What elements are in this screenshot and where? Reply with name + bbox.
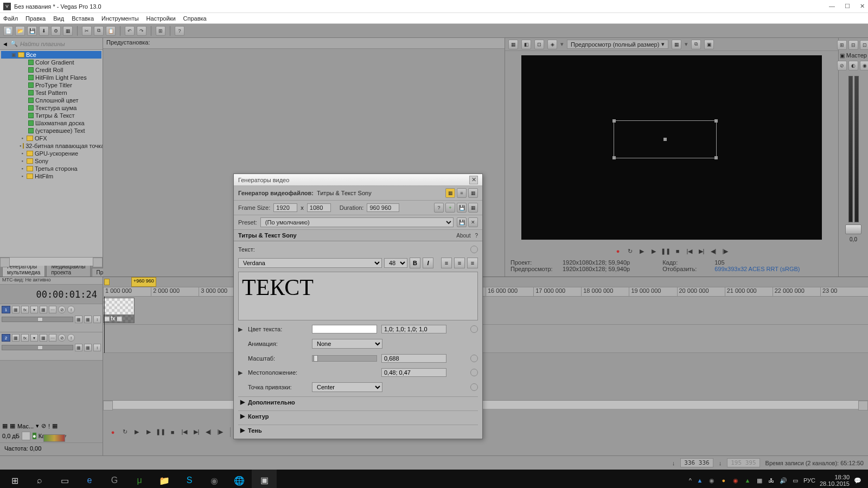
prev-btn7[interactable]: ▣	[704, 40, 714, 49]
master-dim[interactable]: ◐	[848, 61, 858, 70]
about-link[interactable]: About	[456, 233, 470, 239]
search-button[interactable]: ⌕	[27, 470, 52, 488]
playhead[interactable]	[104, 297, 105, 353]
undo-button[interactable]: ↶	[125, 26, 135, 36]
add-button[interactable]: +	[445, 203, 455, 213]
clock[interactable]: 18:30 28.10.2015	[820, 474, 850, 487]
help-button[interactable]: ?	[175, 26, 184, 36]
utorrent-icon[interactable]: μ	[127, 470, 152, 488]
tray-icon[interactable]: ▦	[756, 477, 763, 484]
track-level-slider[interactable]	[2, 317, 73, 322]
tl-record[interactable]: ●	[108, 428, 117, 436]
tray-icon[interactable]: ▲	[744, 477, 751, 484]
tl-play-start[interactable]: ▶	[132, 428, 141, 436]
preset-dropdown[interactable]: (По умолчанию)	[260, 217, 454, 227]
selection-rect[interactable]	[614, 120, 717, 158]
video-track-lane[interactable]: ▦fx▦	[103, 297, 868, 325]
tree-folder[interactable]: ▪OFX	[1, 134, 101, 142]
timecode-display[interactable]: 00:00:01:24	[0, 285, 103, 304]
prev-btn1[interactable]: ▦	[508, 40, 518, 49]
paste-button[interactable]: 📋	[106, 26, 116, 36]
delete-preset-icon[interactable]: ✕	[468, 217, 478, 227]
help-icon[interactable]: ?	[434, 203, 444, 213]
tree-item[interactable]: Test Pattern	[1, 89, 101, 97]
tray-icon[interactable]: ●	[720, 477, 727, 484]
anchor-dropdown[interactable]: Center	[312, 382, 382, 392]
atrack-comp[interactable]: ▾	[30, 334, 38, 342]
tree-folder[interactable]: ▪Sony	[1, 157, 101, 165]
vegas-taskbar-icon[interactable]: ▣	[252, 470, 277, 488]
scale-slider[interactable]	[312, 355, 377, 362]
tree-root[interactable]: ▣Все	[1, 51, 101, 59]
atrack-btn3[interactable]: ▦	[84, 344, 92, 351]
track-fx[interactable]: fx	[21, 306, 29, 313]
app-icon-1[interactable]: G	[102, 470, 127, 488]
tray-icon[interactable]: ◉	[708, 477, 716, 484]
section-advanced[interactable]: ▶Дополнительно	[238, 396, 478, 407]
atrack-fx[interactable]: fx	[21, 334, 29, 342]
video-clip[interactable]: ▦fx▦	[103, 298, 135, 323]
prev-btn5[interactable]: ▦	[672, 40, 681, 49]
menu-edit[interactable]: Правка	[25, 15, 46, 22]
track-more[interactable]: ⋯	[49, 306, 56, 313]
tree-folder[interactable]: ▪Третья сторона	[1, 165, 101, 172]
video-preview[interactable]	[521, 55, 822, 240]
atrack-btn4[interactable]: ↕	[93, 344, 101, 351]
bold-button[interactable]: B	[410, 258, 420, 268]
preview-quality-dropdown[interactable]: Предпросмотр (полный размер)▾	[567, 40, 668, 49]
color-keyframe[interactable]	[470, 325, 478, 333]
taskview-button[interactable]: ▭	[52, 470, 77, 488]
mix-b2[interactable]: ▦	[10, 422, 15, 429]
master-fader[interactable]	[845, 224, 861, 234]
start-button[interactable]: ⊞	[2, 470, 27, 488]
goto-start-button[interactable]: |◀	[685, 247, 694, 255]
position-value[interactable]	[381, 368, 446, 377]
tl-prev[interactable]: ◀|	[204, 428, 213, 436]
search-icon[interactable]: 🔍	[10, 40, 18, 47]
atrack-more[interactable]: ⋯	[49, 334, 56, 342]
mix-mute[interactable]: ⊘	[41, 422, 46, 429]
plugin-help[interactable]: ?	[475, 233, 478, 239]
atrack-btn[interactable]: ▦	[12, 334, 20, 342]
save-button[interactable]: 💾	[27, 26, 37, 36]
section-shadow[interactable]: ▶Тень	[238, 425, 478, 435]
tree-item[interactable]: Credit Roll	[1, 66, 101, 74]
record-button[interactable]: ●	[614, 247, 622, 255]
tray-expand-icon[interactable]: ^	[689, 477, 692, 484]
goto-end-button[interactable]: ▶|	[697, 247, 706, 255]
align-center-button[interactable]: ≡	[454, 258, 465, 268]
mix-solo[interactable]: !	[48, 423, 50, 429]
track-solo[interactable]: !	[67, 306, 75, 313]
expand-position[interactable]: ▶	[238, 369, 244, 376]
position-keyframe[interactable]	[470, 369, 478, 376]
master-btn3[interactable]: ⊡	[860, 40, 868, 50]
mix-b1[interactable]: ▦	[2, 422, 8, 429]
loop-button[interactable]: ↻	[626, 247, 634, 255]
atrack-btn2[interactable]: ▦	[75, 344, 82, 351]
tree-scrollbar[interactable]	[0, 257, 103, 266]
tb6[interactable]: ▦	[63, 26, 73, 36]
cut-button[interactable]: ✂	[82, 26, 92, 36]
save-preset-button[interactable]: 💾	[457, 203, 467, 213]
prev-btn2[interactable]: ◧	[521, 40, 531, 49]
battery-icon[interactable]: ▭	[792, 477, 799, 484]
atrack-vol-slider[interactable]	[2, 345, 73, 350]
expand-color[interactable]: ▶	[238, 326, 244, 333]
tl-end[interactable]: ▶|	[192, 428, 201, 436]
open-button[interactable]: 📂	[15, 26, 25, 36]
tray-icon[interactable]: ◉	[732, 477, 739, 484]
language-indicator[interactable]: РУС	[803, 477, 815, 484]
master-mute[interactable]: ⊘	[837, 61, 847, 70]
tl-next[interactable]: |▶	[216, 428, 225, 436]
volume-icon[interactable]: 🔊	[780, 477, 787, 484]
italic-button[interactable]: I	[423, 258, 433, 268]
tree-folder[interactable]: ▪32-битная плавающая точка	[1, 142, 101, 150]
back-icon[interactable]: ◄	[2, 41, 8, 47]
animation-dropdown[interactable]: None	[312, 339, 382, 349]
tray-icon[interactable]: ▲	[696, 477, 704, 484]
master-btn1[interactable]: ⊞	[837, 40, 847, 50]
scale-keyframe[interactable]	[470, 355, 478, 362]
atrack-mute[interactable]: ⊘	[58, 334, 66, 342]
track-btn3[interactable]: ▦	[84, 316, 92, 323]
audio-track-icon[interactable]: 2	[2, 334, 10, 342]
